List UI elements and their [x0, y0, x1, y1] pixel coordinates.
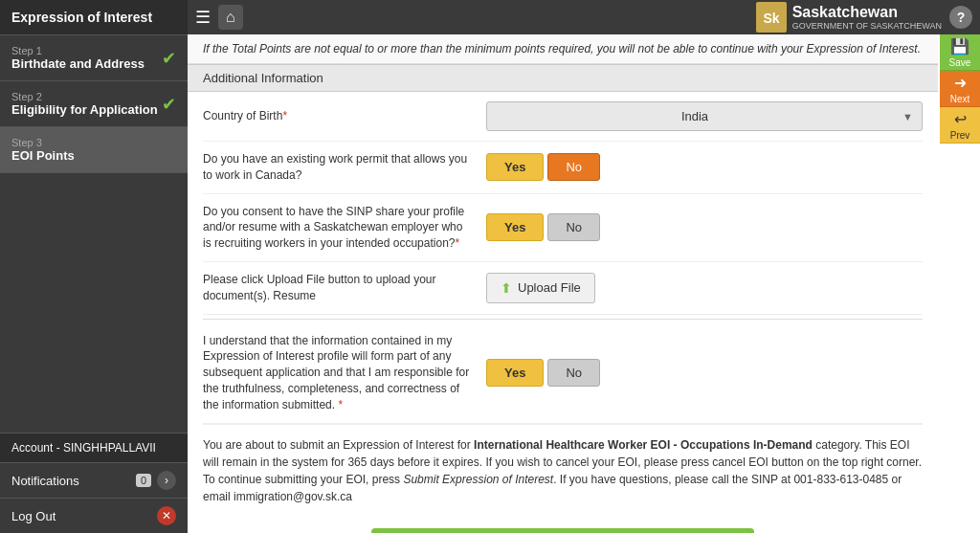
country-label: Country of Birth*	[203, 108, 471, 124]
upload-label: Please click Upload File button to uploa…	[203, 272, 471, 304]
sidebar-title: Expression of Interest	[0, 0, 188, 35]
step2-check-icon: ✔	[162, 94, 176, 115]
topnav: ☰ ⌂ Sk Saskatchewan GOVERNMENT OF SASKAT…	[188, 0, 980, 34]
sinp-share-control: Yes No	[486, 213, 923, 241]
logout-icon: ✕	[157, 506, 176, 525]
logout-label: Log Out	[11, 509, 56, 523]
main-area: ☰ ⌂ Sk Saskatchewan GOVERNMENT OF SASKAT…	[188, 0, 980, 533]
notifications-badge: 0	[136, 474, 151, 487]
declaration-row: I understand that the information contai…	[203, 323, 923, 424]
sk-logo-main: Saskatchewan	[792, 3, 942, 21]
sinp-share-no-button[interactable]: No	[547, 213, 600, 241]
info-italic: Submit Expression of Interest	[403, 473, 553, 486]
sidebar-item-step1[interactable]: Step 1 Birthdate and Address ✔	[0, 35, 188, 81]
country-select[interactable]: India	[486, 101, 923, 131]
info-banner: If the Total Points are not equal to or …	[188, 34, 938, 64]
upload-button[interactable]: ⬆ Upload File	[486, 273, 595, 303]
save-button[interactable]: 💾 Save	[940, 34, 980, 71]
declaration-control: Yes No	[486, 359, 923, 387]
notifications-row[interactable]: Notifications 0 ›	[0, 463, 188, 499]
save-icon: 💾	[950, 37, 969, 56]
form-area: Country of Birth* India Do you have an e…	[188, 92, 938, 517]
work-permit-yes-button[interactable]: Yes	[486, 153, 544, 181]
country-of-birth-row: Country of Birth* India	[203, 92, 923, 142]
notifications-label: Notifications	[11, 474, 79, 488]
sidebar-bottom: Account - SINGHHPALLAVII Notifications 0…	[0, 433, 188, 533]
step1-check-icon: ✔	[162, 48, 176, 69]
account-label: Account - SINGHHPALLAVII	[0, 433, 188, 463]
declaration-yes-button[interactable]: Yes	[486, 359, 544, 387]
topnav-left: ☰ ⌂	[195, 5, 243, 30]
sidebar-item-step2[interactable]: Step 2 Eligibility for Application ✔	[0, 81, 188, 127]
work-permit-label: Do you have an existing work permit that…	[203, 151, 471, 184]
content-area: If the Total Points are not equal to or …	[188, 34, 980, 533]
sidebar: Expression of Interest Step 1 Birthdate …	[0, 0, 188, 533]
form-separator	[203, 319, 923, 320]
prev-button[interactable]: ↩ Prev	[940, 107, 980, 144]
info-bold: International Healthcare Worker EOI - Oc…	[474, 438, 813, 452]
sinp-share-label: Do you consent to have the SINP share yo…	[203, 204, 471, 252]
sk-sheaf-icon: Sk	[758, 4, 785, 31]
help-button[interactable]: ?	[949, 6, 972, 29]
home-button[interactable]: ⌂	[218, 5, 243, 30]
right-toolbar: 💾 Save ➜ Next ↩ Prev	[940, 34, 980, 144]
topnav-right: Sk Saskatchewan GOVERNMENT OF SASKATCHEW…	[756, 2, 972, 33]
work-permit-row: Do you have an existing work permit that…	[203, 142, 923, 194]
declaration-label: I understand that the information contai…	[203, 333, 471, 413]
section-header: Additional Information	[188, 64, 938, 92]
upload-icon: ⬆	[501, 280, 512, 296]
upload-control: ⬆ Upload File	[486, 273, 923, 303]
declaration-yn-group: Yes No	[486, 359, 923, 387]
sinp-share-yn-group: Yes No	[486, 213, 923, 241]
logout-row[interactable]: Log Out ✕	[0, 499, 188, 533]
country-control: India	[486, 101, 923, 131]
hamburger-icon[interactable]: ☰	[195, 7, 211, 28]
next-button[interactable]: ➜ Next	[940, 71, 980, 107]
declaration-no-button[interactable]: No	[547, 359, 600, 387]
svg-text:Sk: Sk	[763, 11, 779, 26]
notifications-arrow-icon: ›	[157, 471, 176, 490]
sinp-share-row: Do you consent to have the SINP share yo…	[203, 194, 923, 262]
sk-logo: Sk Saskatchewan GOVERNMENT OF SASKATCHEW…	[756, 2, 942, 33]
sk-logo-icon: Sk	[756, 2, 787, 33]
work-permit-control: Yes No	[486, 153, 923, 181]
sinp-share-yes-button[interactable]: Yes	[486, 213, 544, 241]
info-paragraph-row: You are about to submit an Expression of…	[203, 424, 923, 517]
info-paragraph: You are about to submit an Expression of…	[203, 436, 923, 505]
next-icon: ➜	[954, 74, 967, 92]
work-permit-yn-group: Yes No	[486, 153, 923, 181]
submit-area: Submit Expression of Interest	[188, 517, 938, 533]
sk-logo-sub: GOVERNMENT OF SASKATCHEWAN	[792, 21, 942, 32]
work-permit-no-button[interactable]: No	[547, 153, 600, 181]
upload-file-row: Please click Upload File button to uploa…	[203, 262, 923, 315]
prev-icon: ↩	[954, 110, 967, 128]
sidebar-item-step3[interactable]: Step 3 EOI Points	[0, 127, 188, 173]
country-select-wrapper: India	[486, 101, 923, 131]
submit-button[interactable]: Submit Expression of Interest	[371, 528, 754, 533]
